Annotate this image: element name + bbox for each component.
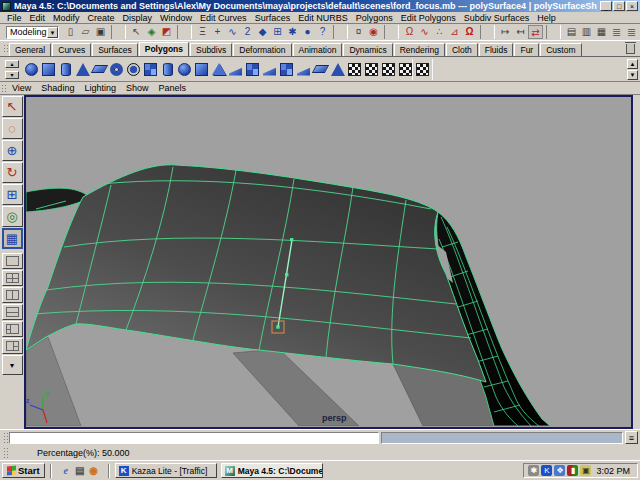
rotate-tool-icon[interactable]: ↻ (2, 162, 23, 183)
poly-mirror-a-icon[interactable] (244, 59, 261, 80)
tray-icon-1[interactable]: ✱ (528, 465, 539, 476)
menu-item[interactable]: Display (119, 13, 157, 23)
poly-plane-icon[interactable] (91, 59, 108, 80)
menu-item[interactable]: Surfaces (251, 13, 295, 23)
panel-menu-item[interactable]: Show (121, 83, 154, 93)
taskbar-task-button[interactable]: K Kazaa Lite - [Traffic] (115, 463, 217, 478)
snap-to-plane-icon[interactable]: ⊿ (447, 25, 462, 39)
poly-cone-icon[interactable] (74, 59, 91, 80)
panel-menu-grip[interactable] (1, 84, 6, 92)
channel-box-toggle-icon[interactable]: ≣ (609, 25, 624, 39)
menu-item[interactable]: Modify (49, 13, 84, 23)
close-button[interactable]: × (626, 1, 638, 11)
shelf-tab[interactable]: General (9, 43, 51, 56)
poly-scatter-tool-icon[interactable] (142, 59, 159, 80)
separator[interactable] (111, 25, 126, 39)
shelf-tab[interactable]: Fluids (479, 43, 514, 56)
start-button[interactable]: Start (2, 463, 45, 478)
shelf-scroll-down-icon[interactable]: ▼ (627, 70, 638, 80)
poly-sphere-icon[interactable] (23, 59, 40, 80)
scale-tool-icon[interactable]: ⊞ (2, 184, 23, 205)
shelf-tab[interactable]: Dynamics (343, 43, 392, 56)
shelf-tab[interactable]: Cloth (446, 43, 478, 56)
separator[interactable] (546, 25, 561, 39)
construction-history-icon[interactable]: ⇄ (528, 25, 543, 39)
script-editor-icon[interactable]: ≡ (625, 431, 638, 444)
tray-icon-4[interactable]: ▮ (567, 465, 578, 476)
command-line-grip[interactable] (3, 432, 8, 443)
mask-curves-icon[interactable]: ∿ (225, 25, 240, 39)
lasso-select-tool-icon[interactable]: ◌ (2, 118, 23, 139)
checker-flag-1-icon[interactable] (346, 59, 363, 80)
poly-arrow-cone-icon[interactable] (329, 59, 346, 80)
poly-circled-tool-icon[interactable] (125, 59, 142, 80)
mask-surfaces-icon[interactable]: ◆ (255, 25, 270, 39)
menu-item[interactable]: Window (156, 13, 196, 23)
render-current-frame-icon[interactable]: ▤ (564, 25, 579, 39)
layout-outliner-persp-button[interactable] (2, 321, 23, 337)
minimize-button[interactable]: _ (600, 1, 612, 11)
output-connections-icon[interactable]: ↤ (513, 25, 528, 39)
command-input[interactable] (9, 432, 379, 444)
menu-set-selector[interactable]: Modeling ▼ (6, 26, 59, 39)
save-scene-icon[interactable]: ▣ (93, 25, 108, 39)
taskbar-task-button[interactable]: M Maya 4.5: C:\Docume... (221, 463, 323, 478)
menu-item[interactable]: Edit NURBS (294, 13, 352, 23)
tray-icon-5[interactable]: ▣ (580, 465, 591, 476)
snap-to-grid-icon[interactable]: Ω (402, 25, 417, 39)
shelf-scroll-up-icon[interactable]: ▲ (627, 59, 638, 69)
checker-flag-5-icon[interactable] (414, 59, 431, 80)
shelf-tab[interactable]: Polygons (139, 42, 189, 56)
mediaplayer-quicklaunch-icon[interactable]: ◉ (88, 465, 100, 477)
snap-magnet-icon[interactable]: Ω (462, 25, 477, 39)
input-connections-icon[interactable]: ↦ (498, 25, 513, 39)
layout-two-pane-stacked-button[interactable] (2, 304, 23, 320)
checker-flag-2-icon[interactable] (363, 59, 380, 80)
separator[interactable] (480, 25, 495, 39)
menu-item[interactable]: Edit Curves (196, 13, 251, 23)
checker-flag-3-icon[interactable] (380, 59, 397, 80)
layout-menu-button[interactable]: ▾ (2, 355, 23, 375)
panel-menu-item[interactable]: Shading (36, 83, 79, 93)
highlight-selection-icon[interactable]: ◉ (366, 25, 381, 39)
mask-pivots-icon[interactable]: ● (300, 25, 315, 39)
layer-editor-toggle-icon[interactable]: ≣ (624, 25, 639, 39)
poly-cylinder-icon[interactable] (57, 59, 74, 80)
mask-points-icon[interactable]: + (210, 25, 225, 39)
open-scene-icon[interactable]: ▱ (78, 25, 93, 39)
layout-four-pane-button[interactable] (2, 270, 23, 286)
menu-item[interactable]: Polygons (352, 13, 397, 23)
poly-pyramid-icon[interactable] (210, 59, 227, 80)
poly-slab-tool-icon[interactable] (227, 59, 244, 80)
help-line-grip[interactable] (3, 447, 8, 458)
edge-vertex-middle[interactable] (285, 273, 288, 276)
shelf-tab[interactable]: Curves (52, 43, 91, 56)
snap-to-point-icon[interactable]: ∴ (432, 25, 447, 39)
shelf-tab[interactable]: Custom (540, 43, 581, 56)
layout-two-pane-side-button[interactable] (2, 287, 23, 303)
edge-vertex-bottom[interactable] (276, 325, 279, 328)
poly-cube-icon[interactable] (40, 59, 57, 80)
mask-hulls-icon[interactable]: ✱ (285, 25, 300, 39)
select-tool-icon[interactable]: ↖ (2, 96, 23, 117)
panel-menu-item[interactable]: View (7, 83, 36, 93)
checker-flag-4-icon[interactable] (397, 59, 414, 80)
maximize-button[interactable]: □ (613, 1, 625, 11)
menu-item[interactable]: Help (533, 13, 560, 23)
manipulator-tool-icon[interactable]: ◎ (2, 206, 23, 227)
layout-hypergraph-persp-button[interactable] (2, 338, 23, 354)
menu-item[interactable]: File (3, 13, 26, 23)
menu-item[interactable]: Edit (26, 13, 50, 23)
poly-fold-icon[interactable] (312, 59, 329, 80)
panel-menu-item[interactable]: Lighting (79, 83, 121, 93)
current-poly-tool-icon[interactable]: ▦ (2, 228, 23, 249)
poly-textured-cube-icon[interactable] (193, 59, 210, 80)
shelf-tab[interactable]: Deformation (233, 43, 291, 56)
new-scene-icon[interactable]: ▯ (63, 25, 78, 39)
edge-vertex-top[interactable] (290, 238, 293, 241)
menu-item[interactable]: Create (84, 13, 119, 23)
poly-torus-icon[interactable] (108, 59, 125, 80)
shelf-tab[interactable]: Subdivs (190, 43, 232, 56)
shelf-tab-up-icon[interactable]: ▴ (5, 60, 19, 68)
select-by-object-icon[interactable]: ◈ (144, 25, 159, 39)
